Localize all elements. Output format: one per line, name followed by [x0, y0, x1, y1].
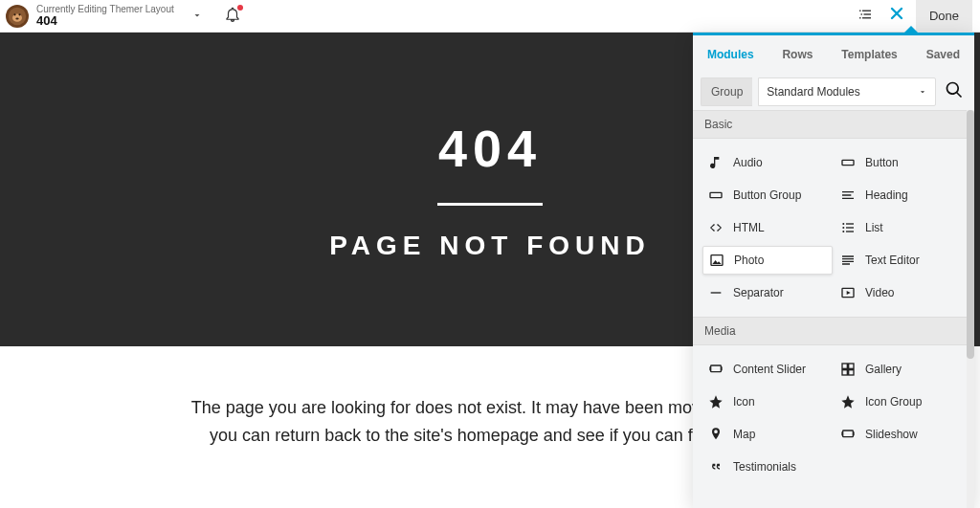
module-testimonials[interactable]: Testimonials — [702, 453, 833, 481]
module-grid-media: Content Slider Gallery Icon Icon Group M… — [693, 345, 974, 491]
html-icon — [708, 220, 724, 235]
module-audio[interactable]: Audio — [702, 148, 833, 177]
svg-rect-22 — [849, 370, 854, 375]
body-line-2: you can return back to the site's homepa… — [210, 426, 770, 445]
gallery-icon — [840, 362, 856, 377]
module-heading[interactable]: Heading — [835, 181, 965, 210]
quote-icon — [708, 459, 724, 475]
svg-point-9 — [842, 227, 844, 229]
svg-rect-10 — [846, 227, 854, 228]
title-block[interactable]: Currently Editing Themer Layout 404 — [36, 4, 174, 28]
module-photo[interactable]: Photo — [702, 246, 833, 275]
app-logo — [6, 5, 29, 28]
svg-rect-6 — [710, 192, 722, 197]
module-content-slider[interactable]: Content Slider — [702, 355, 833, 384]
map-icon — [708, 427, 724, 442]
module-slideshow[interactable]: Slideshow — [835, 420, 965, 449]
video-icon — [840, 285, 856, 300]
done-button[interactable]: Done — [916, 0, 972, 33]
tab-saved[interactable]: Saved — [926, 48, 960, 61]
tab-templates[interactable]: Templates — [841, 48, 897, 61]
svg-rect-8 — [846, 223, 854, 224]
notification-bell-icon[interactable] — [224, 6, 241, 27]
panel-scrollbar[interactable] — [967, 110, 974, 508]
module-video[interactable]: Video — [835, 278, 965, 307]
svg-point-3 — [18, 13, 20, 15]
page-title: 404 — [36, 14, 174, 28]
module-map[interactable]: Map — [702, 420, 833, 449]
panel-filter-row: Group Standard Modules — [693, 74, 974, 110]
svg-rect-14 — [711, 292, 722, 293]
star-icon — [708, 394, 724, 409]
notification-dot — [237, 5, 243, 11]
svg-rect-18 — [721, 366, 722, 370]
module-grid-basic: Audio Button Button Group Heading HTML L… — [693, 139, 974, 317]
top-bar: Currently Editing Themer Layout 404 Done — [0, 0, 980, 33]
module-button[interactable]: Button — [835, 148, 965, 177]
panel-tabs: Modules Rows Templates Saved — [693, 35, 974, 74]
tab-rows[interactable]: Rows — [782, 48, 813, 61]
module-list[interactable]: List — [835, 213, 965, 242]
audio-icon — [708, 155, 724, 170]
svg-rect-23 — [843, 431, 854, 437]
list-icon — [840, 220, 856, 235]
group-select[interactable]: Standard Modules — [758, 77, 936, 106]
module-icon[interactable]: Icon — [702, 387, 833, 416]
slider-icon — [708, 362, 724, 377]
module-button-group[interactable]: Button Group — [702, 181, 833, 210]
button-icon — [708, 188, 724, 203]
search-icon[interactable] — [942, 80, 967, 103]
panel-pointer — [903, 26, 919, 33]
hero-code: 404 — [438, 119, 542, 178]
module-html[interactable]: HTML — [702, 213, 833, 242]
svg-rect-21 — [842, 370, 847, 375]
outline-icon[interactable] — [857, 6, 874, 27]
heading-icon — [840, 188, 856, 203]
module-gallery[interactable]: Gallery — [835, 355, 965, 384]
svg-rect-5 — [842, 160, 854, 165]
module-icon-group[interactable]: Icon Group — [835, 387, 965, 416]
section-media[interactable]: Media — [693, 317, 974, 345]
svg-point-2 — [13, 13, 15, 15]
hero-message: PAGE NOT FOUND — [329, 231, 650, 261]
svg-rect-17 — [709, 366, 710, 370]
button-icon — [840, 155, 856, 170]
svg-rect-20 — [849, 364, 854, 368]
photo-icon — [709, 253, 724, 268]
svg-point-11 — [842, 231, 844, 232]
close-panel-icon[interactable] — [887, 4, 906, 28]
group-label: Group — [701, 77, 752, 106]
separator-icon — [708, 285, 724, 300]
scrollbar-thumb[interactable] — [967, 110, 974, 359]
svg-rect-24 — [841, 431, 842, 435]
module-separator[interactable]: Separator — [702, 278, 833, 307]
content-panel: Modules Rows Templates Saved Group Stand… — [693, 33, 974, 508]
text-icon — [840, 253, 856, 268]
tab-modules[interactable]: Modules — [707, 48, 754, 61]
svg-rect-25 — [853, 431, 854, 435]
title-chevron-down-icon[interactable] — [191, 8, 203, 25]
section-basic[interactable]: Basic — [693, 110, 974, 139]
chevron-down-icon — [918, 87, 927, 97]
star-icon — [840, 394, 856, 409]
group-select-value: Standard Modules — [767, 85, 859, 99]
svg-point-7 — [842, 223, 844, 225]
slider-icon — [840, 427, 856, 442]
svg-point-4 — [15, 17, 18, 19]
svg-rect-19 — [842, 364, 847, 368]
svg-rect-12 — [846, 231, 854, 232]
module-text-editor[interactable]: Text Editor — [835, 246, 965, 275]
hero-divider — [437, 203, 543, 206]
svg-rect-16 — [711, 365, 722, 372]
panel-body: Basic Audio Button Button Group Heading … — [693, 110, 974, 508]
